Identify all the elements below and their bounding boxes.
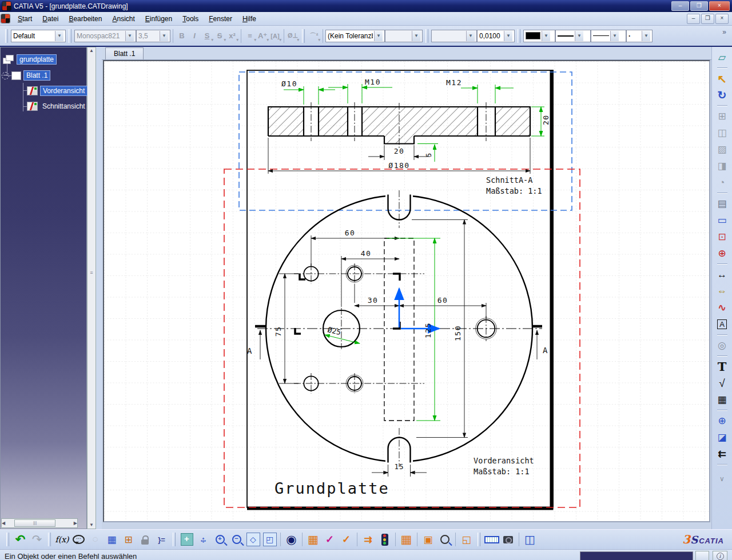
- zoom-out-icon[interactable]: −: [228, 531, 245, 547]
- frame-dots-icon[interactable]: ▣: [420, 531, 436, 547]
- detail-magnifier-icon[interactable]: [436, 531, 453, 547]
- chevron-down-icon[interactable]: ▼: [160, 31, 168, 41]
- toolbar-grip[interactable]: [478, 533, 480, 546]
- toolbar-grip[interactable]: [69, 29, 71, 43]
- tree-horizontal-scrollbar[interactable]: ◀ ||| ▶: [1, 518, 78, 528]
- section-view-label[interactable]: SchnittA-A: [486, 175, 532, 185]
- section-view-icon[interactable]: ▨: [714, 141, 730, 158]
- menu-fenster[interactable]: Fenster: [204, 13, 237, 25]
- catalog-icon[interactable]: ⊞: [120, 531, 137, 547]
- detail-view-icon[interactable]: ◔: [714, 174, 730, 191]
- superscript-button[interactable]: x²▾: [226, 30, 238, 42]
- select-icon[interactable]: ↖: [714, 70, 730, 87]
- curve-dimension-icon[interactable]: ∿: [714, 299, 730, 316]
- book-icon[interactable]: ◫: [522, 531, 538, 547]
- chevron-down-icon[interactable]: ▼: [466, 31, 475, 41]
- equation-icon[interactable]: √: [714, 375, 730, 391]
- graphic-style-combo[interactable]: Default▼: [11, 30, 66, 42]
- command-input[interactable]: [580, 551, 693, 560]
- toolbar-grip[interactable]: [173, 533, 176, 546]
- toolbar-grip[interactable]: [48, 533, 51, 546]
- chevron-down-icon[interactable]: ▼: [542, 31, 550, 41]
- insert-text-icon[interactable]: A⁺▾: [256, 30, 269, 42]
- ruler-icon[interactable]: [483, 531, 500, 547]
- chevron-down-icon[interactable]: ▼: [55, 31, 63, 41]
- tree-item-root[interactable]: grundplatte: [3, 54, 57, 65]
- dim-40[interactable]: 40: [361, 249, 372, 258]
- dim-thickness[interactable]: 20: [542, 114, 550, 125]
- dim-150[interactable]: 150: [453, 325, 462, 341]
- toolbar-grip[interactable]: [425, 29, 428, 43]
- numeric-format-combo[interactable]: ▼: [431, 30, 477, 42]
- text-with-leader-icon[interactable]: A: [714, 316, 730, 333]
- scroll-left-icon[interactable]: ◀: [2, 521, 5, 526]
- target-icon[interactable]: ⊕: [714, 413, 730, 429]
- weblike-icon[interactable]: ◉: [283, 531, 300, 547]
- chevron-down-icon[interactable]: ▼: [412, 31, 420, 41]
- toolbar-grip[interactable]: [302, 29, 305, 43]
- line-weight-combo[interactable]: ▼: [555, 30, 591, 42]
- lock-icon[interactable]: [137, 531, 153, 547]
- chevron-down-icon[interactable]: ▼: [504, 31, 512, 41]
- mdi-restore-button[interactable]: ❒: [701, 14, 714, 24]
- view-wizard-icon[interactable]: ⊞: [714, 108, 730, 125]
- italic-button[interactable]: I: [188, 30, 201, 42]
- dim-m10[interactable]: M10: [365, 78, 381, 86]
- more-icon[interactable]: ∨: [714, 470, 730, 487]
- instantiate-2d-icon[interactable]: ⊡: [714, 229, 730, 245]
- justify-icon[interactable]: ≡▾: [244, 30, 256, 42]
- traffic-light-icon[interactable]: [376, 531, 393, 547]
- fit-all-icon[interactable]: +: [178, 531, 195, 547]
- camera-icon[interactable]: [500, 531, 516, 547]
- toolbar-grip[interactable]: [6, 533, 9, 546]
- multi-view-icon[interactable]: ◰: [261, 531, 278, 547]
- dim-m12[interactable]: M12: [446, 78, 462, 87]
- chevron-down-icon[interactable]: ▼: [575, 31, 583, 41]
- sheet-board-icon[interactable]: ▱: [714, 49, 730, 66]
- line-type-combo[interactable]: ▼: [591, 30, 626, 42]
- arc-dimension-icon[interactable]: ⌒²▾: [308, 30, 320, 42]
- drawing-canvas[interactable]: Ø10 M10 M12 20 5 20: [103, 60, 710, 522]
- font-size-combo[interactable]: 3,5▼: [136, 30, 170, 42]
- iso-view-icon[interactable]: ◇: [245, 531, 261, 547]
- menu-start[interactable]: Start: [13, 13, 37, 25]
- close-button[interactable]: ×: [709, 1, 730, 11]
- dim-60-right[interactable]: 60: [437, 296, 448, 305]
- dim-125[interactable]: 125: [424, 322, 432, 338]
- minimize-button[interactable]: –: [671, 1, 689, 11]
- menu-einfuegen[interactable]: Einfügen: [140, 13, 177, 25]
- scrollbar-grip[interactable]: ≡: [90, 271, 93, 274]
- tree-item-schnittansicht[interactable]: Schnittansicht: [27, 102, 87, 111]
- bold-button[interactable]: B: [176, 30, 188, 42]
- text-icon[interactable]: T: [714, 358, 730, 375]
- chevron-down-icon[interactable]: ▼: [125, 31, 134, 41]
- section-view-scale[interactable]: Maßstab: 1:1: [486, 186, 542, 195]
- geom-tolerance-icon[interactable]: ⊕: [714, 245, 730, 262]
- tree-item-vorderansicht[interactable]: Vorderansicht: [27, 86, 87, 96]
- precision-combo[interactable]: 0,0100▼: [477, 30, 515, 42]
- toolbar-overflow-icon[interactable]: »: [722, 28, 730, 44]
- aux-view-icon[interactable]: ◨: [714, 158, 730, 174]
- dim-75[interactable]: 75: [274, 326, 283, 337]
- geom-check-icon[interactable]: ✓: [338, 531, 355, 547]
- dim-15[interactable]: 15: [394, 462, 404, 471]
- chevron-down-icon[interactable]: ▼: [642, 31, 650, 41]
- redo-icon[interactable]: ↷: [29, 531, 45, 547]
- dim-60-top[interactable]: 60: [345, 229, 356, 237]
- zoom-in-icon[interactable]: +: [212, 531, 228, 547]
- strikethrough-button[interactable]: S▾: [213, 30, 226, 42]
- font-combo[interactable]: Monospac821▼: [74, 30, 136, 42]
- comment-icon[interactable]: ⋯: [70, 531, 87, 547]
- tab-blatt-1[interactable]: Blatt .1: [105, 47, 144, 59]
- tolerance-value-combo[interactable]: ▼: [385, 30, 423, 42]
- dim-system-icon[interactable]: ⇉: [360, 531, 376, 547]
- table-icon[interactable]: ▦: [714, 391, 730, 408]
- dim-dia180[interactable]: Ø180: [388, 161, 409, 170]
- chevron-down-icon[interactable]: ▼: [610, 31, 619, 41]
- dim-dia10[interactable]: Ø10: [281, 79, 297, 88]
- mdi-close-button[interactable]: ×: [715, 14, 729, 24]
- toolbar-grip[interactable]: [5, 29, 8, 43]
- arrows-icon[interactable]: ⇇: [714, 446, 730, 462]
- formula-icon[interactable]: f(x): [54, 531, 70, 547]
- section-marker-right[interactable]: A: [543, 346, 548, 355]
